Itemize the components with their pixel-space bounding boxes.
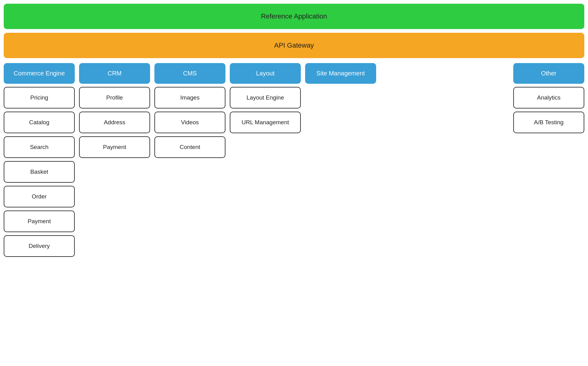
service-url-management: URL Management	[230, 112, 301, 133]
header-cms: CMS	[154, 63, 225, 84]
column-layout: Layout Layout Engine URL Management	[230, 63, 301, 133]
column-cms: CMS Images Videos Content	[154, 63, 225, 158]
service-profile: Profile	[79, 87, 150, 109]
service-pricing: Pricing	[4, 87, 75, 109]
service-videos: Videos	[154, 112, 225, 133]
service-search: Search	[4, 136, 75, 158]
service-address: Address	[79, 112, 150, 133]
header-crm: CRM	[79, 63, 150, 84]
service-catalog: Catalog	[4, 112, 75, 133]
column-crm: CRM Profile Address Payment	[79, 63, 150, 158]
service-delivery: Delivery	[4, 235, 75, 257]
header-layout: Layout	[230, 63, 301, 84]
service-content: Content	[154, 136, 225, 158]
service-images: Images	[154, 87, 225, 109]
column-commerce-engine: Commerce Engine Pricing Catalog Search B…	[4, 63, 75, 257]
service-payment-crm: Payment	[79, 136, 150, 158]
service-order: Order	[4, 186, 75, 207]
header-commerce-engine: Commerce Engine	[4, 63, 75, 84]
header-other: Other	[513, 63, 584, 84]
service-basket: Basket	[4, 161, 75, 183]
service-layout-engine: Layout Engine	[230, 87, 301, 109]
column-site-management: Site Management	[305, 63, 376, 84]
columns-container: Commerce Engine Pricing Catalog Search B…	[4, 63, 584, 257]
column-other: Other Analytics A/B Testing	[513, 63, 584, 133]
api-gateway-banner: API Gateway	[4, 33, 584, 58]
header-site-management: Site Management	[305, 63, 376, 84]
reference-application-banner: Reference Application	[4, 4, 584, 29]
service-analytics: Analytics	[513, 87, 584, 109]
service-payment-commerce: Payment	[4, 211, 75, 232]
service-ab-testing: A/B Testing	[513, 112, 584, 133]
